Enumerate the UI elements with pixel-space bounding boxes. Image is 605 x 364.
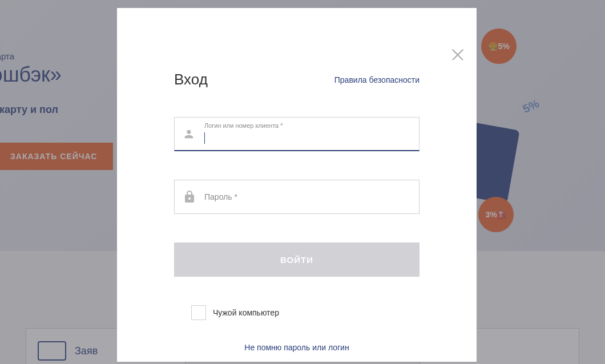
foreign-computer-row: Чужой компьютер	[191, 305, 420, 320]
text-cursor	[204, 132, 205, 144]
lock-icon	[183, 190, 196, 204]
password-label: Пароль *	[204, 192, 237, 201]
modal-title: Вход	[174, 71, 208, 88]
login-label: Логин или номер клиента *	[204, 122, 283, 129]
close-icon[interactable]	[450, 47, 465, 62]
modal-header: Вход Правила безопасности	[174, 71, 420, 88]
password-input-group[interactable]: Пароль *	[174, 180, 420, 214]
person-icon	[183, 127, 195, 141]
foreign-computer-label: Чужой компьютер	[213, 308, 279, 317]
login-input-group[interactable]: Логин или номер клиента *	[174, 117, 420, 151]
foreign-computer-checkbox[interactable]	[191, 305, 206, 320]
login-modal: Вход Правила безопасности Логин или номе…	[117, 8, 477, 362]
forgot-password-link[interactable]: Не помню пароль или логин	[174, 343, 420, 352]
login-button[interactable]: ВОЙТИ	[174, 242, 420, 277]
security-rules-link[interactable]: Правила безопасности	[334, 75, 420, 84]
